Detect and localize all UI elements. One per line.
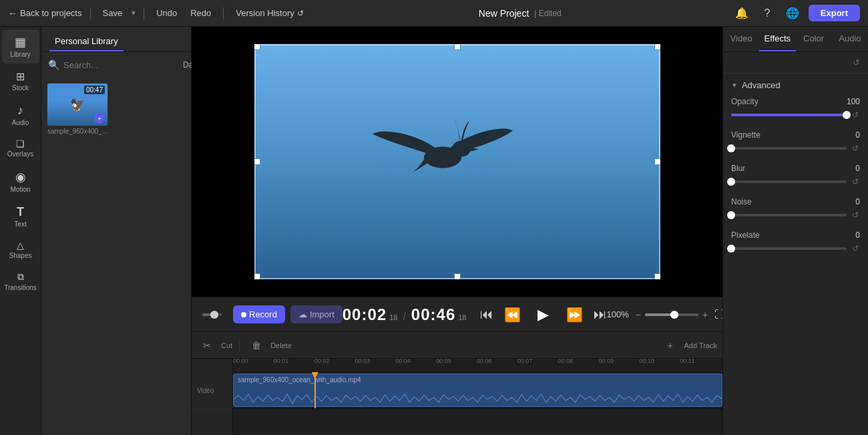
blur-reset-icon[interactable]: ↺ [851,176,860,188]
blur-thumb[interactable] [727,178,735,186]
advanced-title: Advanced [742,80,781,90]
noise-label-row: Noise 0 [731,197,860,206]
advanced-chevron-icon: ▼ [731,82,738,89]
zoom-thumb-small[interactable] [210,311,218,319]
vignette-thumb[interactable] [727,144,735,152]
zoom-percent-label: 100% [607,309,629,319]
timeline-toolbar: ✂ Cut 🗑 Delete + Add Track [192,332,722,359]
topbar-divider-1 [90,7,91,19]
help-icon[interactable]: ? [758,4,777,23]
resize-handle-mr[interactable] [654,158,660,165]
tab-effects[interactable]: Effects [759,27,795,51]
pixelate-thumb[interactable] [727,245,735,253]
personal-library-tab[interactable]: Personal Library [49,32,124,51]
redo-button[interactable]: Redo [186,6,215,20]
skip-to-start-button[interactable]: ⏮ [480,307,493,322]
back-button[interactable]: ← Back to projects [8,8,82,19]
resize-handle-tr[interactable] [654,44,660,50]
tick-10: 00:10 [639,359,654,364]
cut-icon: ✂ [203,340,211,351]
ruler-spacer [192,359,232,372]
save-button[interactable]: Save [99,6,127,20]
fullscreen-button[interactable]: ⛶ [714,309,722,321]
sidebar-item-shapes[interactable]: △ Shapes [2,235,39,265]
current-timecode: 00:02 18 / 00:46 18 [343,305,467,324]
opacity-slider[interactable] [731,114,847,116]
toolbar-divider [239,339,240,352]
zoom-track-left[interactable] [202,313,222,316]
undo-button[interactable]: Undo [152,6,181,20]
notifications-icon[interactable]: 🔔 [732,4,751,23]
search-input[interactable] [63,60,176,70]
sidebar-item-motion[interactable]: ◉ Motion [2,164,39,198]
section-reset-icon[interactable]: ↺ [853,57,860,67]
tab-video[interactable]: Video [723,27,759,51]
project-title: New Project [479,8,529,19]
library-panel: Personal Library 🔍 Date ▾ ⊟ 🦅 00:47 + sa… [41,27,192,435]
resize-handle-br[interactable] [654,273,660,279]
playhead[interactable] [314,372,316,408]
resize-handle-bl[interactable] [254,273,260,279]
pixelate-reset-icon[interactable]: ↺ [851,243,860,255]
noise-name: Noise [731,197,752,206]
video-track: sample_960x400_ocean_with_audio.mp4 [233,372,722,409]
advanced-section-header[interactable]: ▼ Advanced [731,80,860,90]
record-button[interactable]: Record [233,305,285,323]
playback-left: Record ☁ Import [202,305,343,323]
list-item: 🦅 00:47 + sample_960x400_... [47,83,108,135]
sidebar-item-overlays[interactable]: ❏ Overlays [2,133,39,163]
media-thumbnail[interactable]: 🦅 00:47 + [47,83,108,126]
duration-badge: 00:47 [84,86,105,94]
pixelate-slider[interactable] [731,247,847,250]
blur-slider-row: ↺ [731,176,860,188]
import-button[interactable]: ☁ Import [290,305,343,323]
video-clip[interactable]: sample_960x400_ocean_with_audio.mp4 [233,374,722,407]
add-to-timeline-button[interactable]: + [94,113,105,124]
sidebar: ▦ Library ⊞ Stock ♪ Audio ❏ Overlays ◉ M… [0,27,41,435]
section-reset-row: ↺ [731,57,860,67]
vignette-slider[interactable] [731,147,847,150]
resize-handle-tc[interactable] [454,44,461,50]
timeline-zoom-slider [202,313,222,316]
sidebar-item-stock[interactable]: ⊞ Stock [2,65,39,97]
tab-audio[interactable]: Audio [832,27,868,51]
rewind-button[interactable]: ⏪ [504,307,521,323]
tab-color[interactable]: Color [796,27,832,51]
play-button[interactable]: ▶ [531,303,556,327]
resize-handle-tl[interactable] [254,44,260,50]
sidebar-label-transitions: Transitions [4,284,37,291]
export-button[interactable]: Export [809,5,860,21]
sidebar-item-text[interactable]: T Text [2,200,39,233]
delete-tool-button[interactable]: 🗑 [246,336,266,355]
resize-handle-ml[interactable] [254,158,260,165]
blur-slider[interactable] [731,180,847,183]
zoom-range-input[interactable] [645,313,698,316]
add-track-button[interactable]: + [660,336,680,355]
fast-forward-button[interactable]: ⏩ [566,307,583,323]
save-dropdown-icon[interactable]: ▾ [132,9,136,17]
vignette-reset-icon[interactable]: ↺ [851,142,860,154]
zoom-out-icon[interactable]: − [636,309,641,320]
zoom-in-icon[interactable]: + [702,309,708,320]
version-history-button[interactable]: Version History ↺ [232,6,307,20]
sidebar-item-audio[interactable]: ♪ Audio [2,98,39,132]
cut-tool-label: Cut [221,341,232,349]
basic-section-collapsed: ↺ [723,52,868,74]
blur-name: Blur [731,164,745,173]
skip-to-end-button[interactable]: ⏭ [594,307,607,322]
topbar-left: ← Back to projects Save ▾ Undo Redo Vers… [8,6,308,20]
opacity-thumb[interactable] [843,111,851,119]
main-area: ▦ Library ⊞ Stock ♪ Audio ❏ Overlays ◉ M… [0,27,868,435]
opacity-reset-icon[interactable]: ↺ [851,109,860,121]
version-history-icon: ↺ [297,9,304,18]
language-icon[interactable]: 🌐 [783,4,802,23]
cut-tool-button[interactable]: ✂ [197,336,217,355]
noise-thumb[interactable] [727,211,735,219]
noise-reset-icon[interactable]: ↺ [851,209,860,221]
noise-slider[interactable] [731,214,847,216]
sidebar-item-library[interactable]: ▦ Library [2,29,39,63]
resize-handle-bc[interactable] [454,273,461,279]
sidebar-item-transitions[interactable]: ⧉ Transitions [2,266,39,297]
playback-right: 100% − + ⛶ [607,309,723,321]
zoom-range-thumb[interactable] [670,311,678,319]
